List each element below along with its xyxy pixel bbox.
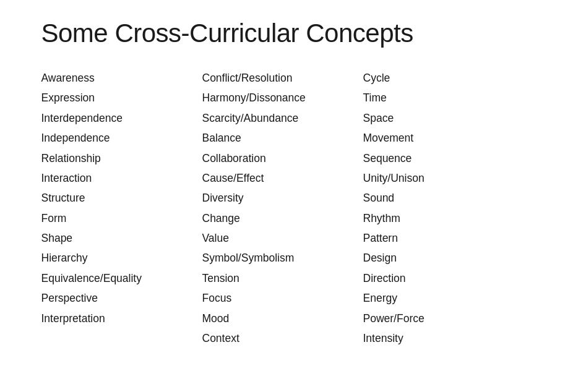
list-item: Mood (202, 309, 363, 328)
list-item: Cause/Effect (202, 168, 363, 188)
list-item: Scarcity/Abundance (202, 108, 363, 128)
list-item: Change (202, 208, 363, 228)
page-title: Some Cross-Curricular Concepts (41, 19, 524, 48)
list-item: Harmony/Dissonance (202, 88, 363, 108)
list-item: Interpretation (41, 309, 202, 328)
list-item: Independence (41, 128, 202, 148)
list-item: Balance (202, 128, 363, 148)
column-1: AwarenessExpressionInterdependenceIndepe… (41, 68, 202, 328)
list-item: Direction (363, 268, 524, 288)
list-item: Energy (363, 288, 524, 308)
list-item: Interdependence (41, 108, 202, 128)
list-item: Design (363, 248, 524, 268)
list-item: Time (363, 88, 524, 108)
list-item: Tension (202, 268, 363, 288)
list-item: Unity/Unison (363, 168, 524, 188)
list-item: Sequence (363, 148, 524, 168)
list-item: Context (202, 328, 363, 348)
list-item: Structure (41, 188, 202, 208)
list-item: Diversity (202, 188, 363, 208)
list-item: Value (202, 228, 363, 248)
column-2: Conflict/ResolutionHarmony/DissonanceSca… (202, 68, 363, 348)
list-item: Focus (202, 288, 363, 308)
list-item: Perspective (41, 288, 202, 308)
list-item: Hierarchy (41, 248, 202, 268)
list-item: Rhythm (363, 208, 524, 228)
list-item: Cycle (363, 68, 524, 88)
list-item: Shape (41, 228, 202, 248)
list-item: Form (41, 208, 202, 228)
columns-container: AwarenessExpressionInterdependenceIndepe… (41, 68, 524, 348)
list-item: Equivalence/Equality (41, 268, 202, 288)
list-item: Sound (363, 188, 524, 208)
list-item: Symbol/Symbolism (202, 248, 363, 268)
list-item: Relationship (41, 148, 202, 168)
list-item: Space (363, 108, 524, 128)
column-3: CycleTimeSpaceMovementSequenceUnity/Unis… (363, 68, 524, 348)
list-item: Interaction (41, 168, 202, 188)
list-item: Expression (41, 88, 202, 108)
list-item: Collaboration (202, 148, 363, 168)
list-item: Awareness (41, 68, 202, 88)
page-container: Some Cross-Curricular Concepts Awareness… (17, 0, 549, 373)
list-item: Intensity (363, 328, 524, 348)
list-item: Conflict/Resolution (202, 68, 363, 88)
list-item: Pattern (363, 228, 524, 248)
list-item: Movement (363, 128, 524, 148)
list-item: Power/Force (363, 309, 524, 328)
